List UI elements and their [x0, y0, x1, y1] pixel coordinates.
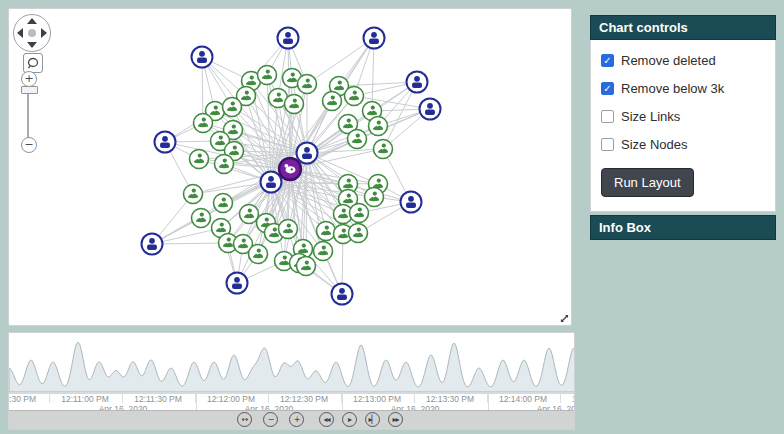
graph-node-person-green[interactable]	[258, 66, 277, 85]
pan-left-icon[interactable]	[17, 28, 23, 38]
graph-node-person-green[interactable]	[348, 130, 367, 149]
checkbox-row: ✓Remove deleted	[601, 53, 765, 68]
graph-node-person-green[interactable]	[192, 209, 211, 228]
time-tick-mark	[560, 393, 561, 403]
network-chart-panel[interactable]: + −	[8, 8, 572, 326]
checkbox-unchecked[interactable]	[601, 110, 614, 123]
play-button[interactable]: ▸	[342, 412, 357, 427]
lasso-icon	[27, 57, 39, 69]
activity-area-series	[9, 342, 575, 392]
graph-node-person-green[interactable]	[214, 194, 233, 213]
pan-down-icon[interactable]	[27, 42, 37, 48]
checkbox-checked[interactable]: ✓	[601, 82, 614, 95]
time-tick-label: 12:11:30 PM	[134, 394, 182, 404]
graph-node-person-green[interactable]	[365, 188, 384, 207]
run-layout-button[interactable]: Run Layout	[601, 168, 694, 197]
checkbox-label[interactable]: Size Nodes	[621, 137, 687, 152]
graph-node-person-navy[interactable]	[407, 72, 428, 93]
graph-node-person-navy[interactable]	[364, 28, 385, 49]
graph-node-person-navy[interactable]	[401, 192, 422, 213]
info-box-header: Info Box	[590, 215, 776, 240]
graph-edge	[339, 82, 417, 86]
time-tick-label: 12:14:30 PM	[572, 394, 575, 404]
checkbox-checked[interactable]: ✓	[601, 54, 614, 67]
time-tick-label: 12:12:00 PM	[207, 394, 255, 404]
zoom-slider-handle[interactable]	[21, 86, 38, 94]
zoom-in-time-button[interactable]: +	[289, 412, 304, 427]
checkbox-label[interactable]: Remove below 3k	[621, 81, 724, 96]
time-tick-label: 12:14:00 PM	[499, 394, 547, 404]
graph-node-person-green[interactable]	[215, 155, 234, 174]
graph-node-person-green[interactable]	[298, 75, 317, 94]
graph-node-person-navy[interactable]	[227, 273, 248, 294]
graph-node-person-green[interactable]	[249, 245, 268, 264]
graph-node-person-navy[interactable]	[278, 28, 299, 49]
time-tick-mark	[268, 393, 269, 403]
graph-node-central-purple[interactable]	[279, 158, 301, 180]
time-tick-label: 12:12:30 PM	[280, 394, 328, 404]
graph-node-person-green[interactable]	[345, 87, 364, 106]
graph-node-person-navy[interactable]	[261, 172, 282, 193]
graph-node-person-green[interactable]	[350, 204, 369, 223]
checkbox-list: ✓Remove deleted✓Remove below 3kSize Link…	[601, 53, 765, 152]
fit-time-range-button[interactable]: ↔	[237, 412, 252, 427]
graph-node-person-navy[interactable]	[192, 47, 213, 68]
time-tick-label: 12:13:00 PM	[353, 394, 401, 404]
pan-up-icon[interactable]	[27, 18, 37, 24]
step-forward-button[interactable]: ▸▏	[365, 412, 380, 427]
time-tick-label: 12:13:30 PM	[426, 394, 474, 404]
graph-node-person-green[interactable]	[279, 220, 298, 239]
graph-node-person-navy[interactable]	[297, 143, 318, 164]
pan-compass[interactable]	[13, 14, 51, 52]
graph-node-person-green[interactable]	[369, 117, 388, 136]
graph-node-person-green[interactable]	[223, 98, 242, 117]
graph-node-person-green[interactable]	[297, 257, 316, 276]
zoom-out-time-button[interactable]: −	[263, 412, 278, 427]
timeline-panel[interactable]: 12:10:30 PM12:11:00 PM12:11:30 PM12:12:0…	[8, 332, 575, 430]
time-tick-mark	[414, 393, 415, 403]
graph-node-person-navy[interactable]	[142, 234, 163, 255]
resize-handle-icon[interactable]	[560, 314, 569, 323]
chart-controls-header: Chart controls	[590, 15, 776, 40]
graph-node-person-navy[interactable]	[420, 99, 441, 120]
checkbox-row: Size Nodes	[601, 137, 765, 152]
rewind-button[interactable]: ◂◂	[319, 412, 334, 427]
checkbox-row: ✓Remove below 3k	[601, 81, 765, 96]
checkbox-unchecked[interactable]	[601, 138, 614, 151]
pan-center-icon[interactable]	[28, 29, 36, 37]
graph-node-person-green[interactable]	[184, 185, 203, 204]
graph-node-person-green[interactable]	[240, 205, 259, 224]
time-tick-label: 12:10:30 PM	[8, 394, 36, 404]
graph-node-person-navy[interactable]	[155, 132, 176, 153]
fast-forward-button[interactable]: ▸▸	[388, 412, 403, 427]
pan-right-icon[interactable]	[41, 28, 47, 38]
graph-node-person-navy[interactable]	[332, 284, 353, 305]
graph-node-person-green[interactable]	[349, 224, 368, 243]
time-tick-mark	[49, 393, 50, 403]
graph-node-person-green[interactable]	[285, 95, 304, 114]
checkbox-row: Size Links	[601, 109, 765, 124]
graph-node-person-green[interactable]	[190, 150, 209, 169]
graph-node-person-green[interactable]	[317, 222, 336, 241]
checkbox-label[interactable]: Size Links	[621, 109, 680, 124]
zoom-out-button[interactable]: −	[21, 137, 37, 153]
graph-node-person-green[interactable]	[314, 242, 333, 261]
graph-edge	[246, 96, 271, 182]
lasso-select-button[interactable]	[23, 53, 43, 73]
timeline-toolbar: ↔−+◂◂▸▸▏▸▸	[9, 410, 574, 429]
network-graph-canvas[interactable]	[9, 9, 571, 325]
timeline-area-chart[interactable]	[9, 333, 575, 393]
zoom-in-button[interactable]: +	[21, 71, 37, 87]
time-tick-label: 12:11:00 PM	[61, 394, 109, 404]
checkbox-label[interactable]: Remove deleted	[621, 53, 716, 68]
graph-node-person-green[interactable]	[323, 92, 342, 111]
chart-controls-body: ✓Remove deleted✓Remove below 3kSize Link…	[590, 40, 776, 212]
sidebar: Chart controls ✓Remove deleted✓Remove be…	[590, 15, 776, 240]
time-tick-mark	[122, 393, 123, 403]
graph-node-person-green[interactable]	[374, 140, 393, 159]
graph-node-person-green[interactable]	[194, 114, 213, 133]
